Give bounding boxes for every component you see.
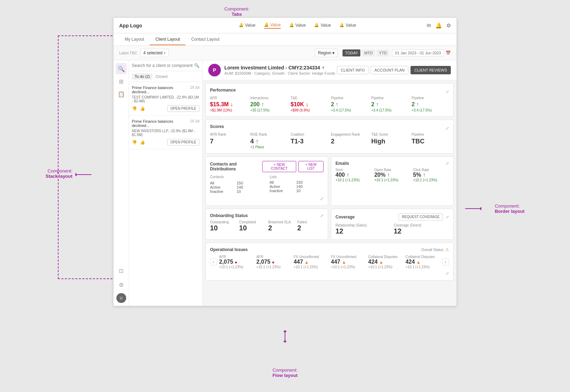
tab-contact-layout[interactable]: Contact Layout: [185, 34, 225, 45]
client-name: Lorem Investment Limted - CMY2:234334 ▾: [224, 65, 337, 70]
scores-section: Scores ⤢ AFR Rank 7 ROE Rank 4 ↑: [205, 120, 454, 154]
notification-icon[interactable]: 🔔: [435, 22, 442, 29]
region-dropdown[interactable]: Region ▾: [315, 49, 338, 57]
thumbs-up-icon-2[interactable]: 👍: [140, 140, 145, 145]
ops-col-6-value: 424 ▲: [406, 259, 440, 265]
onboarding-failed: Failed 2: [297, 220, 324, 232]
client-avatar: P: [208, 64, 221, 76]
lists-all-label: All: [270, 180, 291, 184]
ops-col-3-value: 447 ▲: [294, 259, 328, 265]
nav-tabs: 🔔 Value 🔔 Value 🔔 Value 🔔 Value 🔔 Value: [168, 22, 427, 29]
contacts-all-label: All: [210, 181, 231, 185]
contacts-expand-icon[interactable]: ⤢: [320, 196, 324, 201]
sidebar-icon-settings[interactable]: ⚙: [116, 279, 127, 290]
ops-expand-icon[interactable]: ⤢: [446, 271, 449, 276]
failed-label: Failed: [297, 220, 324, 224]
left-panel: 🔍 To do (2) Closed Prime Finance balance…: [129, 60, 203, 306]
mtd-btn[interactable]: MTD: [362, 49, 375, 56]
client-chevron-icon[interactable]: ▾: [322, 65, 324, 70]
ytd-btn[interactable]: YTD: [376, 49, 389, 56]
warn-icon-2: ▲: [342, 260, 346, 265]
arrow-up-icon-4: ↑: [416, 101, 419, 107]
new-contact-btn[interactable]: NEW CONTACT: [262, 161, 296, 172]
nav-tab-2[interactable]: 🔔 Value: [264, 22, 281, 29]
performance-section: Performance ⤢ AFR $15.3M ↓ +$1.9M (13%): [205, 83, 454, 117]
onboarding-expand-icon[interactable]: ⤢: [320, 213, 324, 218]
outstanding-value: 10: [210, 224, 236, 232]
contacts-inactive-value: 10: [237, 189, 241, 194]
onboarding-section: Onboarding Status ⤢ Outstanding 10 Compl…: [205, 209, 328, 240]
open-profile-btn-1[interactable]: OPEN PROFILE: [167, 105, 199, 112]
nav-tab-5[interactable]: 🔔 Value: [339, 23, 356, 28]
thumbs-up-icon-1[interactable]: 👍: [140, 106, 145, 111]
email-open-value: 20% ↑: [374, 172, 410, 178]
email-metrics: Sent 400 ↑ +10.1 (+1.23%) Open Rate 20% …: [335, 168, 449, 182]
annotation-flow: Component: Flow layout: [272, 367, 298, 378]
ops-prev-btn[interactable]: ‹: [210, 258, 217, 265]
sidebar-icon-widget[interactable]: ⊡: [116, 265, 127, 276]
lists-label: Lists: [270, 175, 324, 179]
user-avatar[interactable]: U: [116, 293, 126, 303]
client-info-btn[interactable]: CLIENT INFO: [337, 66, 368, 74]
client-meta: AUM: $15000M · Category: Growth · Client…: [224, 71, 337, 75]
mail-icon[interactable]: ✉: [427, 22, 431, 29]
ops-next-btn[interactable]: ›: [442, 258, 449, 265]
todo-tabs: To do (2) Closed: [129, 71, 202, 82]
lists-active-label: Active: [270, 184, 291, 189]
ops-col-5: Collateral Disputes 424 ▲ +10.1 (+1.23%): [368, 255, 402, 269]
nav-tab-1[interactable]: 🔔 Value: [239, 23, 256, 28]
direct-label: Coverage (Direct): [394, 223, 449, 227]
emails-expand-icon[interactable]: ⤢: [446, 161, 449, 166]
ops-col-3-change: +10.1 (+1.23%): [294, 265, 328, 269]
sidebar-icon-document[interactable]: 📋: [116, 88, 127, 100]
nav-tab-4[interactable]: 🔔 Value: [314, 23, 331, 28]
coverage-expand-icon[interactable]: ⤢: [446, 215, 449, 219]
layout-tabs: My Layout Client Layout Contact Layout: [114, 33, 456, 46]
metric-pipeline-1-change: +3.4 (17.5%): [331, 108, 368, 112]
performance-expand-icon[interactable]: ⤢: [446, 89, 449, 94]
metric-te-value: $10K ↓: [291, 101, 328, 108]
request-coverage-btn[interactable]: REQUEST COVERAGE: [399, 213, 443, 221]
open-profile-btn-2[interactable]: OPEN PROFILE: [167, 139, 199, 146]
coverage-relationship: Relationship (Sales) 12: [335, 223, 391, 235]
date-range: 01 Jan 2023 - 01 Jun 2023: [392, 49, 444, 56]
breached-label: Breached SLA: [268, 220, 294, 224]
sidebar-icon-search[interactable]: 🔍: [116, 63, 127, 74]
onboarding-metrics: Outstanding 10 Completed 10 Breached SLA…: [210, 220, 324, 232]
score-coalition-value: T1-3: [291, 138, 328, 145]
calendar-icon[interactable]: 📅: [446, 50, 451, 55]
annotation-tabs: Component: Tabs: [224, 6, 249, 17]
search-input[interactable]: [132, 63, 194, 68]
thumbs-down-icon-2[interactable]: 👎: [132, 140, 137, 145]
client-reviews-btn[interactable]: CLIENT REVIEWS: [410, 66, 451, 74]
ops-col-5-change: +10.1 (+1.23%): [368, 265, 402, 269]
contacts-emails-row: Contacts and Distributions NEW CONTACT N…: [205, 156, 454, 206]
filter-bar: Label TBC 4 selected ▾ Region ▾ TODAY MT…: [114, 46, 456, 60]
email-click-label: Click Rate: [413, 168, 449, 172]
contacts-all-value: 150: [237, 181, 243, 185]
email-sent-label: Sent: [335, 168, 372, 172]
tab-client-layout[interactable]: Client Layout: [150, 34, 185, 45]
new-list-btn[interactable]: NEW LIST: [298, 161, 324, 172]
failed-value: 2: [297, 224, 324, 232]
settings-icon[interactable]: ⚙: [446, 22, 451, 29]
thumbs-down-icon-1[interactable]: 👎: [132, 106, 137, 111]
nav-tab-3[interactable]: 🔔 Value: [289, 23, 306, 28]
todo-tab-closed[interactable]: Closed: [152, 73, 170, 80]
email-open-rate: Open Rate 20% ↑ +10.1 (+1.23%): [374, 168, 410, 182]
selected-filter-dropdown[interactable]: 4 selected ▾: [140, 49, 169, 57]
overall-status: Overall Status: ⚠: [421, 247, 449, 252]
todo-tab-active[interactable]: To do (2): [132, 73, 152, 80]
today-btn[interactable]: TODAY: [342, 49, 360, 56]
arrow-up-click: ↑: [423, 172, 426, 178]
ops-col-2: AFR 2,075 ● +10.1 (+1.23%): [256, 255, 291, 269]
score-roe-change: +1 Place: [250, 145, 288, 149]
sidebar-icon-grid[interactable]: ⊞: [116, 76, 127, 87]
metric-pipeline-3: Pipeline 2 ↑ +3.4 (17.5%): [412, 96, 449, 112]
breached-value: 2: [268, 224, 294, 232]
tab-my-layout[interactable]: My Layout: [119, 34, 150, 45]
notif-body-2: NEW INVESTORS LLP, -15.9% ($1.8M - $1.5M…: [132, 129, 199, 137]
ops-content: ‹ AFR 2,075 ● +10.1 (+1.23%) AFR: [210, 255, 449, 269]
account-plan-btn[interactable]: ACCOUNT PLAN: [371, 66, 408, 74]
scores-expand-icon[interactable]: ⤢: [446, 126, 449, 131]
